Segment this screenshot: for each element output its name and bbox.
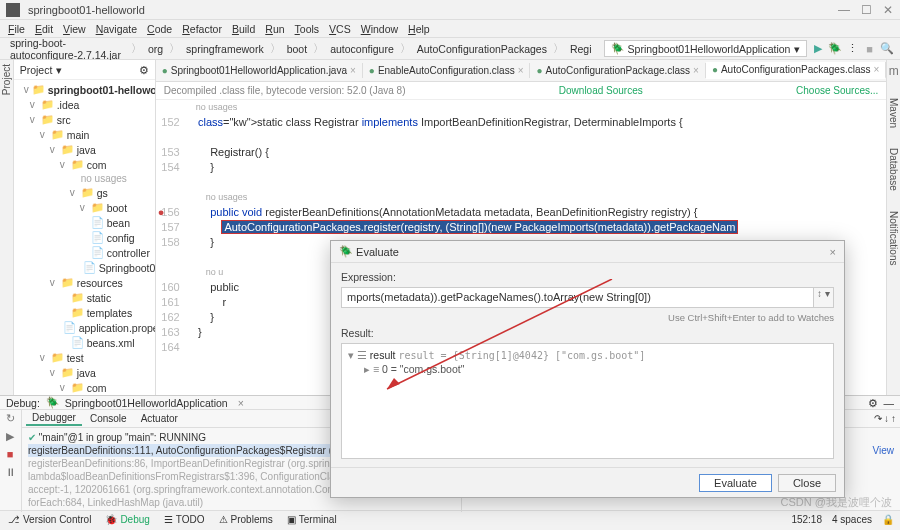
maximize-button[interactable]: ☐: [860, 4, 872, 16]
tree-node[interactable]: 📄bean: [24, 215, 155, 230]
resume-button[interactable]: ▶: [2, 430, 18, 446]
close-icon[interactable]: ×: [238, 397, 244, 409]
tab-actuator[interactable]: Actuator: [135, 412, 184, 425]
breadcrumb-item[interactable]: Regi: [566, 42, 596, 56]
menu-edit[interactable]: Edit: [33, 23, 55, 35]
tab-debugger[interactable]: Debugger: [26, 411, 82, 426]
m-icon: m: [889, 64, 899, 78]
window-title: springboot01-helloworld: [28, 4, 838, 16]
tree-root[interactable]: v📁 springboot01-helloworld D:\Code\IdeaP…: [24, 82, 155, 97]
menu-tools[interactable]: Tools: [293, 23, 322, 35]
minimize-icon[interactable]: —: [884, 397, 895, 409]
tree-node[interactable]: v📁boot: [24, 200, 155, 215]
pause-button[interactable]: ⏸: [2, 466, 18, 482]
search-icon[interactable]: 🔍: [880, 42, 894, 56]
stop-button[interactable]: ■: [863, 42, 876, 56]
tree-node[interactable]: v📁com: [24, 380, 155, 395]
tree-node[interactable]: v📁java: [24, 142, 155, 157]
dropdown-icon[interactable]: ▾: [56, 64, 62, 76]
stop-button[interactable]: ■: [2, 448, 18, 464]
step-out-icon[interactable]: ↑: [891, 413, 896, 424]
close-button[interactable]: ✕: [882, 4, 894, 16]
download-sources-link[interactable]: Download Sources: [559, 85, 643, 96]
tree-node[interactable]: v📁main: [24, 127, 155, 142]
breadcrumb-item[interactable]: boot: [283, 42, 311, 56]
close-icon[interactable]: ×: [873, 64, 879, 75]
tree-node[interactable]: 📄Springboot01Hellow: [24, 260, 155, 275]
run-config-selector[interactable]: 🪲 Springboot01HelloworldApplication ▾: [604, 40, 808, 57]
debug-label: Debug:: [6, 397, 40, 409]
close-icon[interactable]: ×: [518, 65, 524, 76]
run-button[interactable]: ▶: [811, 42, 824, 56]
more-run-icon[interactable]: ⋮: [846, 42, 859, 56]
result-tree[interactable]: ▾ ☰ result result = {String[1]@4042} ["c…: [341, 343, 834, 459]
editor-tab[interactable]: ●Springboot01HelloworldApplication.java …: [156, 63, 363, 78]
breadcrumb-item[interactable]: spring-boot-autoconfigure-2.7.14.jar: [6, 36, 129, 62]
menu-view[interactable]: View: [61, 23, 88, 35]
gear-icon[interactable]: ⚙: [868, 397, 878, 409]
dialog-title-bar[interactable]: 🪲 Evaluate ×: [331, 241, 844, 263]
close-icon[interactable]: ×: [693, 65, 699, 76]
menu-vcs[interactable]: VCS: [327, 23, 353, 35]
minimize-button[interactable]: —: [838, 4, 850, 16]
rerun-button[interactable]: ↻: [2, 412, 18, 428]
history-dropdown[interactable]: ↕ ▾: [814, 287, 834, 308]
database-tab[interactable]: Database: [888, 148, 899, 191]
result-root[interactable]: ▾ ☰ result result = {String[1]@4042} ["c…: [348, 348, 827, 362]
evaluate-button[interactable]: Evaluate: [699, 474, 772, 492]
status-tab-todo[interactable]: ☰TODO: [162, 514, 207, 525]
tree-node[interactable]: 📄beans.xml: [24, 335, 155, 350]
debug-button[interactable]: 🪲: [828, 42, 842, 56]
expression-input[interactable]: mports(metadata)).getPackageNames().toAr…: [341, 287, 814, 308]
menu-file[interactable]: File: [6, 23, 27, 35]
tree-node[interactable]: v📁com: [24, 157, 155, 172]
tree-node[interactable]: 📁templates: [24, 305, 155, 320]
step-over-icon[interactable]: ↷: [874, 413, 882, 424]
editor-tab[interactable]: ●EnableAutoConfiguration.class ×: [363, 63, 531, 78]
editor-tab[interactable]: ●AutoConfigurationPackages.class ×: [706, 62, 886, 79]
tree-node[interactable]: 📄config: [24, 230, 155, 245]
watch-hint: Use Ctrl+Shift+Enter to add to Watches: [341, 312, 834, 323]
menu-navigate[interactable]: Navigate: [94, 23, 139, 35]
tab-console[interactable]: Console: [84, 412, 133, 425]
editor-tab[interactable]: ●AutoConfigurationPackage.class ×: [530, 63, 705, 78]
menu-window[interactable]: Window: [359, 23, 400, 35]
tree-node[interactable]: v📁gs: [24, 185, 155, 200]
step-into-icon[interactable]: ↓: [884, 413, 889, 424]
result-item[interactable]: ▸ ≡ 0 = "com.gs.boot": [348, 362, 827, 376]
tree-node[interactable]: v📁.idea: [24, 97, 155, 112]
menu-build[interactable]: Build: [230, 23, 257, 35]
status-tab-debug[interactable]: 🐞Debug: [103, 514, 151, 525]
tree-node[interactable]: no usages: [24, 172, 155, 185]
tree-node[interactable]: v📁test: [24, 350, 155, 365]
menu-run[interactable]: Run: [263, 23, 286, 35]
menu-refactor[interactable]: Refactor: [180, 23, 224, 35]
close-icon[interactable]: ×: [350, 65, 356, 76]
status-tab-problems[interactable]: ⚠Problems: [217, 514, 275, 525]
status-tab-version-control[interactable]: ⎇Version Control: [6, 514, 93, 525]
tree-node[interactable]: 📁static: [24, 290, 155, 305]
menu-code[interactable]: Code: [145, 23, 174, 35]
view-link[interactable]: View: [873, 445, 895, 456]
close-button[interactable]: Close: [778, 474, 836, 492]
tree-node[interactable]: v📁java: [24, 365, 155, 380]
gutter[interactable]: 152153154156157158160161162163164: [156, 100, 186, 395]
maven-tab[interactable]: Maven: [888, 98, 899, 128]
breadcrumb-item[interactable]: AutoConfigurationPackages: [413, 42, 551, 56]
menu-help[interactable]: Help: [406, 23, 432, 35]
project-tool-tab[interactable]: Project: [1, 64, 12, 95]
gear-icon[interactable]: ⚙: [139, 64, 149, 76]
tree-node[interactable]: v📁src: [24, 112, 155, 127]
notifications-tab[interactable]: Notifications: [888, 211, 899, 265]
dialog-close-icon[interactable]: ×: [830, 246, 836, 258]
breadcrumb-item[interactable]: autoconfigure: [326, 42, 398, 56]
breadcrumb-item[interactable]: springframework: [182, 42, 268, 56]
tree-node[interactable]: v📁resources: [24, 275, 155, 290]
project-tree[interactable]: v📁 springboot01-helloworld D:\Code\IdeaP…: [14, 80, 155, 395]
choose-sources-link[interactable]: Choose Sources...: [796, 85, 878, 96]
tree-node[interactable]: 📄application.properties: [24, 320, 155, 335]
lock-icon: 🔒: [882, 514, 894, 525]
tree-node[interactable]: 📄controller: [24, 245, 155, 260]
status-tab-terminal[interactable]: ▣Terminal: [285, 514, 339, 525]
breadcrumb-item[interactable]: org: [144, 42, 167, 56]
